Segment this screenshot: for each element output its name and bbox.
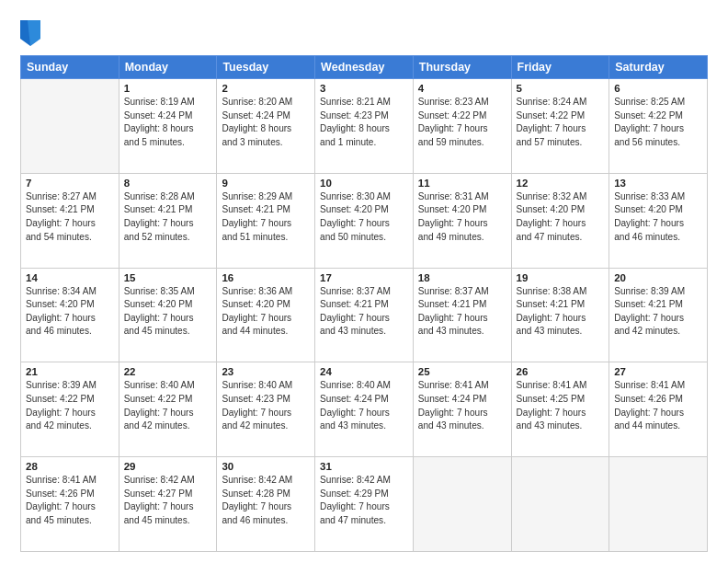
cell-line: and 47 minutes. bbox=[320, 514, 408, 528]
day-number: 6 bbox=[614, 83, 702, 94]
calendar-cell: 10Sunrise: 8:30 AMSunset: 4:20 PMDayligh… bbox=[315, 173, 414, 268]
calendar-week-row: 14Sunrise: 8:34 AMSunset: 4:20 PMDayligh… bbox=[21, 268, 708, 362]
cell-line: Sunrise: 8:19 AM bbox=[124, 96, 212, 109]
cell-line: Sunrise: 8:20 AM bbox=[222, 96, 310, 109]
cell-line: Sunset: 4:21 PM bbox=[614, 298, 702, 312]
calendar-cell: 5Sunrise: 8:24 AMSunset: 4:22 PMDaylight… bbox=[511, 79, 609, 174]
weekday-header-thursday: Thursday bbox=[413, 56, 511, 79]
calendar-cell: 15Sunrise: 8:35 AMSunset: 4:20 PMDayligh… bbox=[119, 268, 217, 362]
cell-line: and 57 minutes. bbox=[517, 136, 605, 150]
cell-line: Daylight: 7 hours bbox=[320, 500, 408, 514]
day-number: 14 bbox=[26, 272, 114, 283]
cell-line: Sunset: 4:21 PM bbox=[26, 203, 114, 217]
calendar-cell: 12Sunrise: 8:32 AMSunset: 4:20 PMDayligh… bbox=[511, 173, 609, 268]
weekday-header-sunday: Sunday bbox=[21, 56, 119, 79]
cell-line: Daylight: 8 hours bbox=[320, 122, 408, 136]
calendar-cell: 16Sunrise: 8:36 AMSunset: 4:20 PMDayligh… bbox=[217, 268, 315, 362]
cell-line: Sunset: 4:21 PM bbox=[517, 298, 605, 312]
cell-line: Daylight: 7 hours bbox=[26, 217, 114, 231]
cell-line: Sunrise: 8:28 AM bbox=[124, 190, 212, 204]
cell-line: Daylight: 7 hours bbox=[614, 407, 702, 420]
cell-line: Sunset: 4:27 PM bbox=[124, 488, 212, 501]
weekday-header-wednesday: Wednesday bbox=[315, 56, 414, 79]
cell-line: Sunset: 4:20 PM bbox=[517, 203, 605, 217]
cell-line: Sunset: 4:20 PM bbox=[26, 298, 114, 312]
cell-line: Sunrise: 8:37 AM bbox=[320, 285, 408, 299]
calendar-cell: 20Sunrise: 8:39 AMSunset: 4:21 PMDayligh… bbox=[609, 268, 708, 362]
page: SundayMondayTuesdayWednesdayThursdayFrid… bbox=[0, 0, 728, 563]
cell-line: and 43 minutes. bbox=[517, 419, 605, 433]
cell-line: Sunrise: 8:29 AM bbox=[222, 190, 310, 204]
cell-line: and 56 minutes. bbox=[614, 136, 702, 150]
calendar-week-row: 7Sunrise: 8:27 AMSunset: 4:21 PMDaylight… bbox=[21, 173, 708, 268]
cell-line: Daylight: 7 hours bbox=[418, 407, 506, 420]
cell-line: Sunrise: 8:21 AM bbox=[320, 96, 408, 109]
day-number: 21 bbox=[26, 366, 114, 377]
day-number: 31 bbox=[320, 461, 408, 472]
cell-line: Sunrise: 8:41 AM bbox=[614, 379, 702, 393]
calendar-cell: 18Sunrise: 8:37 AMSunset: 4:21 PMDayligh… bbox=[413, 268, 511, 362]
day-number: 8 bbox=[124, 178, 212, 189]
calendar-table: SundayMondayTuesdayWednesdayThursdayFrid… bbox=[20, 55, 708, 552]
cell-line: and 47 minutes. bbox=[517, 231, 605, 245]
cell-line: Sunset: 4:23 PM bbox=[222, 393, 310, 407]
cell-line: Sunset: 4:21 PM bbox=[222, 203, 310, 217]
cell-line: Daylight: 7 hours bbox=[222, 500, 310, 514]
cell-line: Sunrise: 8:41 AM bbox=[26, 474, 114, 488]
cell-line: Sunset: 4:26 PM bbox=[614, 393, 702, 407]
cell-line: Daylight: 7 hours bbox=[517, 312, 605, 326]
weekday-header-saturday: Saturday bbox=[609, 56, 708, 79]
day-number: 29 bbox=[124, 461, 212, 472]
cell-line: and 44 minutes. bbox=[614, 419, 702, 433]
day-number: 17 bbox=[320, 272, 408, 283]
cell-line: Sunset: 4:21 PM bbox=[124, 203, 212, 217]
cell-line: and 43 minutes. bbox=[517, 325, 605, 339]
header bbox=[20, 17, 708, 46]
calendar-cell: 22Sunrise: 8:40 AMSunset: 4:22 PMDayligh… bbox=[119, 362, 217, 457]
cell-line: Sunset: 4:25 PM bbox=[517, 393, 605, 407]
cell-line: and 3 minutes. bbox=[222, 136, 310, 150]
day-number: 26 bbox=[517, 366, 605, 377]
cell-line: Daylight: 7 hours bbox=[222, 312, 310, 326]
calendar-cell: 1Sunrise: 8:19 AMSunset: 4:24 PMDaylight… bbox=[119, 79, 217, 174]
cell-line: Daylight: 7 hours bbox=[418, 312, 506, 326]
calendar-cell: 31Sunrise: 8:42 AMSunset: 4:29 PMDayligh… bbox=[315, 457, 414, 552]
cell-line: and 45 minutes. bbox=[124, 514, 212, 528]
cell-line: Sunrise: 8:34 AM bbox=[26, 285, 114, 299]
cell-line: and 45 minutes. bbox=[26, 514, 114, 528]
cell-line: Daylight: 7 hours bbox=[124, 500, 212, 514]
calendar-header-row: SundayMondayTuesdayWednesdayThursdayFrid… bbox=[21, 56, 708, 79]
cell-line: and 54 minutes. bbox=[26, 231, 114, 245]
calendar-week-row: 28Sunrise: 8:41 AMSunset: 4:26 PMDayligh… bbox=[21, 457, 708, 552]
day-number: 4 bbox=[418, 83, 506, 94]
cell-line: and 42 minutes. bbox=[124, 419, 212, 433]
cell-line: Sunset: 4:24 PM bbox=[222, 109, 310, 123]
cell-line: and 44 minutes. bbox=[222, 325, 310, 339]
cell-line: Sunset: 4:22 PM bbox=[517, 109, 605, 123]
calendar-cell: 3Sunrise: 8:21 AMSunset: 4:23 PMDaylight… bbox=[315, 79, 414, 174]
cell-line: Sunset: 4:24 PM bbox=[320, 393, 408, 407]
cell-line: Daylight: 7 hours bbox=[222, 407, 310, 420]
cell-line: Sunrise: 8:35 AM bbox=[124, 285, 212, 299]
cell-line: Daylight: 7 hours bbox=[320, 312, 408, 326]
cell-line: Sunrise: 8:40 AM bbox=[320, 379, 408, 393]
calendar-cell: 21Sunrise: 8:39 AMSunset: 4:22 PMDayligh… bbox=[21, 362, 119, 457]
cell-line: Daylight: 7 hours bbox=[320, 407, 408, 420]
cell-line: Sunrise: 8:42 AM bbox=[124, 474, 212, 488]
cell-line: and 51 minutes. bbox=[222, 231, 310, 245]
cell-line: Sunset: 4:26 PM bbox=[26, 488, 114, 501]
weekday-header-friday: Friday bbox=[511, 56, 609, 79]
cell-line: Sunrise: 8:41 AM bbox=[517, 379, 605, 393]
cell-line: and 49 minutes. bbox=[418, 231, 506, 245]
cell-line: and 50 minutes. bbox=[320, 231, 408, 245]
calendar-cell: 13Sunrise: 8:33 AMSunset: 4:20 PMDayligh… bbox=[609, 173, 708, 268]
day-number: 13 bbox=[614, 178, 702, 189]
day-number: 28 bbox=[26, 461, 114, 472]
calendar-cell: 25Sunrise: 8:41 AMSunset: 4:24 PMDayligh… bbox=[413, 362, 511, 457]
cell-line: and 52 minutes. bbox=[124, 231, 212, 245]
day-number: 18 bbox=[418, 272, 506, 283]
day-number: 15 bbox=[124, 272, 212, 283]
cell-line: Sunrise: 8:37 AM bbox=[418, 285, 506, 299]
cell-line: Sunrise: 8:41 AM bbox=[418, 379, 506, 393]
logo bbox=[20, 20, 42, 46]
